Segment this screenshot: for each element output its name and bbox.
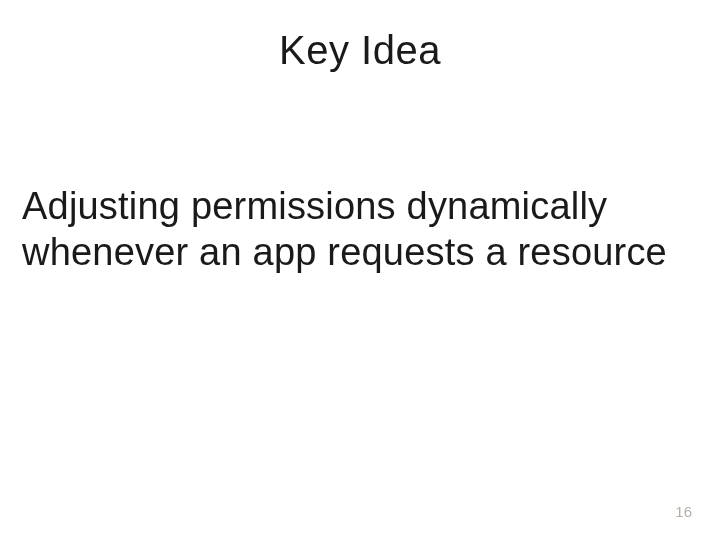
slide-body-text: Adjusting permissions dynamically whenev… <box>20 183 700 276</box>
slide-title: Key Idea <box>20 28 700 73</box>
slide-container: Key Idea Adjusting permissions dynamical… <box>0 0 720 540</box>
page-number: 16 <box>675 503 692 520</box>
